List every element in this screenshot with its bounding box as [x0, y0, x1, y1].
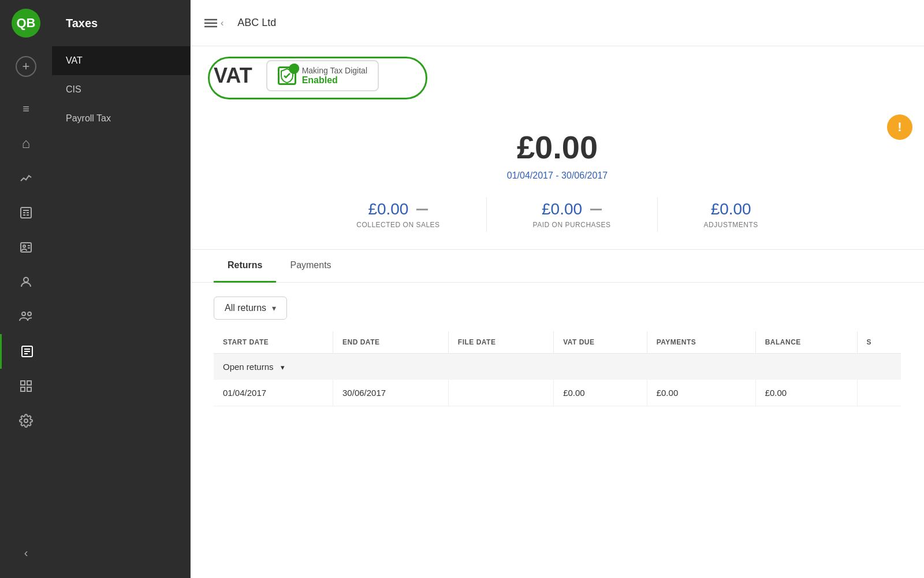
vat-title: VAT — [214, 64, 252, 88]
table-row[interactable]: 01/04/2017 30/06/2017 £0.00 £0.00 £0.00 — [214, 380, 901, 406]
sidebar-title-text: Taxes — [66, 17, 98, 30]
sidebar-item-cis[interactable]: CIS — [52, 75, 190, 104]
mtd-badge: Making Tax Digital Enabled — [266, 60, 379, 91]
nav-icon-chart[interactable] — [0, 161, 52, 195]
icon-bar-bottom: ‹ — [0, 537, 52, 578]
nav-icon-tasks[interactable] — [0, 334, 52, 369]
collected-value: £0.00 — [368, 200, 408, 218]
sidebar-title: Taxes — [52, 0, 190, 46]
svg-point-12 — [28, 312, 31, 316]
nav-icon-team[interactable] — [0, 299, 52, 334]
col-balance: BALANCE — [755, 331, 857, 354]
svg-rect-17 — [21, 381, 25, 385]
cell-file-date — [448, 380, 553, 406]
tab-payments[interactable]: Payments — [276, 250, 345, 283]
logo-circle: QB — [12, 9, 40, 38]
nav-icon-settings[interactable] — [0, 403, 52, 438]
sub-divider-2 — [657, 197, 658, 232]
nav-icon-hamburger[interactable]: ≡ — [0, 91, 52, 126]
nav-icon-apps[interactable] — [0, 369, 52, 403]
cell-status — [857, 380, 901, 406]
mtd-check-icon — [278, 66, 296, 85]
svg-rect-0 — [21, 208, 31, 218]
svg-point-10 — [24, 277, 28, 282]
svg-point-7 — [23, 245, 25, 247]
svg-rect-18 — [27, 381, 31, 385]
nav-icon-person[interactable] — [0, 265, 52, 299]
cell-balance: £0.00 — [755, 380, 857, 406]
col-status: S — [857, 331, 901, 354]
sub-divider-1 — [486, 197, 487, 232]
add-circle: + — [16, 56, 36, 77]
sidebar-item-vat[interactable]: VAT — [52, 46, 190, 75]
company-name: ABC Ltd — [237, 17, 276, 29]
sidebar-nav: VAT CIS Payroll Tax — [52, 46, 190, 133]
nav-icon-contacts[interactable] — [0, 230, 52, 265]
group-row-open: Open returns ▾ — [214, 354, 901, 380]
tabs-row: Returns Payments — [191, 250, 924, 283]
col-start-date: START DATE — [214, 331, 333, 354]
paid-on-purchases: £0.00 PAID ON PURCHASES — [533, 197, 611, 232]
col-file-date: FILE DATE — [448, 331, 553, 354]
collected-label: COLLECTED ON SALES — [356, 221, 439, 229]
vat-header: VAT Making Tax Digital — [191, 46, 924, 117]
add-button[interactable]: + — [0, 46, 52, 87]
cell-vat-due: £0.00 — [554, 380, 647, 406]
paid-label: PAID ON PURCHASES — [533, 221, 611, 229]
nav-icon-calculator[interactable] — [0, 195, 52, 230]
menu-icon[interactable]: ‹ — [204, 18, 223, 28]
mtd-label: Making Tax Digital — [302, 66, 367, 75]
filter-dropdown[interactable]: All returns ▾ — [214, 297, 287, 320]
nav-icon-home[interactable]: ⌂ — [0, 126, 52, 161]
svg-rect-20 — [27, 387, 31, 391]
table-section: All returns ▾ START DATE END DATE FILE D… — [191, 283, 924, 578]
paid-value: £0.00 — [542, 200, 582, 218]
adjustments-label: ADJUSTMENTS — [704, 221, 758, 229]
cell-payments: £0.00 — [647, 380, 755, 406]
svg-rect-19 — [21, 387, 25, 391]
alert-symbol: ! — [897, 120, 901, 135]
logo-text: QB — [17, 16, 36, 31]
group-label: Open returns — [223, 362, 274, 372]
mtd-text: Making Tax Digital Enabled — [302, 66, 367, 86]
adjustments: £0.00 ADJUSTMENTS — [704, 197, 758, 232]
col-vat-due: VAT DUE — [554, 331, 647, 354]
alert-button[interactable]: ! — [887, 114, 912, 140]
svg-point-21 — [24, 419, 28, 423]
tab-returns[interactable]: Returns — [214, 250, 276, 283]
collected-on-sales: £0.00 COLLECTED ON SALES — [356, 197, 439, 232]
svg-point-11 — [22, 312, 25, 316]
content-area: VAT Making Tax Digital — [191, 46, 924, 578]
paid-legend — [590, 209, 602, 210]
chevron-down-icon-group: ▾ — [281, 363, 285, 372]
cell-start-date: 01/04/2017 — [214, 380, 333, 406]
returns-table: START DATE END DATE FILE DATE VAT DUE PA… — [214, 331, 901, 406]
filter-label: All returns — [225, 303, 266, 313]
date-range: 01/04/2017 - 30/06/2017 — [191, 171, 924, 181]
app-logo: QB — [0, 0, 52, 46]
collected-legend — [416, 209, 428, 210]
sidebar-item-payroll-tax[interactable]: Payroll Tax — [52, 104, 190, 133]
sub-amounts: £0.00 COLLECTED ON SALES £0.00 PAID ON P… — [191, 197, 924, 232]
icon-bar: QB + ≡ ⌂ ‹ — [0, 0, 52, 578]
mtd-status: Enabled — [302, 75, 367, 86]
amount-section: £0.00 01/04/2017 - 30/06/2017 £0.00 COLL… — [191, 117, 924, 249]
main-content: ‹ ABC Ltd VAT — [191, 0, 924, 578]
collapse-button[interactable]: ‹ — [0, 537, 52, 569]
col-payments: PAYMENTS — [647, 331, 755, 354]
adjustments-value: £0.00 — [711, 200, 751, 218]
taxes-sidebar: Taxes VAT CIS Payroll Tax — [52, 0, 191, 578]
cell-end-date: 30/06/2017 — [333, 380, 449, 406]
filter-row: All returns ▾ — [214, 297, 901, 320]
topbar: ‹ ABC Ltd — [191, 0, 924, 46]
chevron-down-icon: ▾ — [272, 303, 276, 313]
main-amount: £0.00 — [191, 128, 924, 166]
vat-title-row: VAT Making Tax Digital — [214, 60, 901, 91]
nav-icons: ≡ ⌂ — [0, 87, 52, 537]
col-end-date: END DATE — [333, 331, 449, 354]
